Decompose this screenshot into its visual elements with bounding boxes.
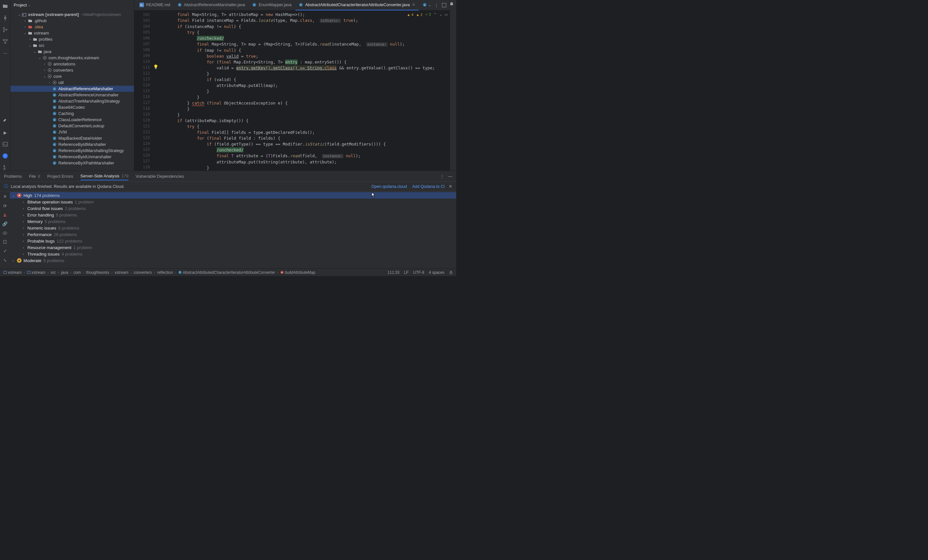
code-editor[interactable]: ▲ 4 ▲ 2 ✓ 2 ⌃ ⌄ m 102 103 104 105 106 10…: [134, 11, 450, 170]
severity-high-group[interactable]: ⌄ ● High 174 problems: [10, 192, 456, 199]
notice-close-icon[interactable]: ✕: [449, 184, 452, 189]
breadcrumb-item[interactable]: com: [73, 270, 81, 275]
tree-item[interactable]: ›converters: [11, 67, 134, 73]
tree-item[interactable]: ⌄com.thoughtworks.xstream: [11, 55, 134, 61]
problem-category[interactable]: ›Numeric issues6 problems: [20, 225, 456, 231]
person-icon[interactable]: [3, 213, 7, 217]
class-icon: C: [52, 142, 57, 146]
run-tool-icon[interactable]: ▶: [2, 129, 8, 135]
tree-item[interactable]: CBase64Codec: [11, 104, 134, 110]
tree-root[interactable]: ⌄ xstream [xstream-parent] ~/IdeaProject…: [11, 11, 134, 18]
tree-item[interactable]: ⌄xstream: [11, 30, 134, 36]
breadcrumb-item[interactable]: src: [50, 270, 56, 275]
tree-item[interactable]: CAbstractTreeMarshallingStrategy: [11, 98, 134, 104]
tree-item[interactable]: CMapBackedDataHolder: [11, 135, 134, 141]
build-tool-icon[interactable]: [2, 118, 8, 124]
code-content[interactable]: final Map<String, T> attributeMap = new …: [158, 11, 450, 170]
bottom-tab[interactable]: Server-Side Analysis179: [81, 173, 129, 180]
close-tab-icon[interactable]: ✕: [412, 2, 415, 7]
tree-item[interactable]: ›.idea: [11, 24, 134, 30]
problem-category[interactable]: ›Memory5 problems: [20, 218, 456, 225]
tabs-expand-icon[interactable]: [442, 3, 446, 8]
tree-item[interactable]: CCaching: [11, 110, 134, 117]
editor-tab[interactable]: CAbstractReferenceMarshaller.java: [174, 0, 248, 11]
bottom-tab[interactable]: Problems: [4, 172, 22, 180]
tree-item[interactable]: ⌄src: [11, 42, 134, 49]
breadcrumb-item[interactable]: xstream: [114, 270, 128, 275]
breadcrumb-item[interactable]: xstream: [3, 270, 22, 275]
notifications-icon[interactable]: [449, 2, 456, 6]
tree-item[interactable]: CAbstractReferenceMarshaller: [11, 86, 134, 92]
project-tool-icon[interactable]: [2, 3, 8, 9]
tabs-dropdown-icon[interactable]: ⌄: [428, 3, 431, 7]
git-tool-icon[interactable]: [2, 165, 8, 170]
inspection-strip[interactable]: ▲ 4 ▲ 2 ✓ 2 ⌃ ⌄ m: [407, 12, 448, 17]
tree-item[interactable]: CReferenceByIdMarshallingStrategy: [11, 148, 134, 154]
tree-item[interactable]: ›profiles: [11, 36, 134, 42]
breadcrumb-item[interactable]: mbuildAttributeMap: [280, 270, 315, 275]
problem-category[interactable]: ›Threading issues4 problems: [20, 251, 456, 257]
indent[interactable]: 4 spaces: [429, 270, 444, 275]
terminal-tool-icon[interactable]: [2, 141, 8, 147]
tree-item[interactable]: ›annotations: [11, 61, 134, 67]
insp-down-icon[interactable]: ⌄: [439, 12, 442, 17]
open-qodana-link[interactable]: Open qodana.cloud: [371, 184, 407, 189]
tree-item[interactable]: CClassLoaderReference: [11, 117, 134, 123]
refresh-icon[interactable]: ⟳: [3, 204, 7, 208]
bottom-tab[interactable]: File8: [29, 172, 40, 180]
line-ending[interactable]: LF: [404, 270, 409, 275]
problem-category[interactable]: ›Performance28 problems: [20, 231, 456, 238]
tree-item[interactable]: CDefaultConverterLookup: [11, 123, 134, 129]
breadcrumb-item[interactable]: converters: [134, 270, 152, 275]
tree-item[interactable]: ›util: [11, 79, 134, 86]
problem-category[interactable]: ›Probable bugs122 problems: [20, 238, 456, 244]
cursor-position[interactable]: 111:33: [388, 270, 400, 275]
tabs-more-icon[interactable]: ⋮: [434, 3, 439, 8]
readonly-lock-icon[interactable]: [449, 270, 453, 275]
add-qodana-ci-link[interactable]: Add Qodana to CI: [412, 184, 445, 189]
encoding[interactable]: UTF-8: [413, 270, 424, 275]
breadcrumb-item[interactable]: java: [61, 270, 68, 275]
editor-tab[interactable]: CAbstractAttributedCharacterIteratorAttr…: [296, 0, 419, 11]
tree-item[interactable]: CReferenceByIdUnmarshaller: [11, 154, 134, 160]
tree-item[interactable]: ⌄java: [11, 49, 134, 55]
breadcrumb-item[interactable]: thoughtworks: [86, 270, 109, 275]
eye-icon[interactable]: [3, 231, 7, 235]
bp-more-icon[interactable]: ⋮: [440, 174, 444, 179]
more-tool-icon[interactable]: ⋯: [2, 50, 8, 56]
collapse-icon[interactable]: ⤡: [3, 258, 7, 263]
severity-moderate-group[interactable]: › ● Moderate 5 problems: [10, 257, 456, 264]
breadcrumb-item[interactable]: reflection: [157, 270, 173, 275]
editor-tab[interactable]: CAbstractJso: [419, 0, 427, 11]
doc-icon[interactable]: [3, 240, 7, 244]
problem-category[interactable]: ›Error handling5 problems: [20, 212, 456, 218]
bottom-tab[interactable]: Project Errors: [47, 172, 73, 180]
tree-item[interactable]: CJVM: [11, 129, 134, 135]
tree-item[interactable]: ›.github: [11, 18, 134, 24]
problem-category[interactable]: ›Resource management1 problem: [20, 244, 456, 251]
expand-icon[interactable]: ⤢: [3, 248, 7, 253]
tree-item[interactable]: CReferenceByIdMarshaller: [11, 141, 134, 148]
tree-item[interactable]: CAbstractReferenceUnmarshaller: [11, 92, 134, 98]
problems-tool-icon[interactable]: !: [2, 153, 8, 159]
editor-tab[interactable]: CEnumMapper.java: [249, 0, 295, 11]
problem-category[interactable]: ›Bitwise operation issues1 problem: [20, 199, 456, 205]
vcs-tool-icon[interactable]: [2, 27, 8, 33]
breadcrumb[interactable]: xstream›xstream›src›java›com›thoughtwork…: [3, 270, 315, 275]
sidebar-header[interactable]: Project ⌄: [11, 0, 134, 10]
problem-category[interactable]: ›Control flow issues2 problems: [20, 205, 456, 212]
intention-bulb-icon[interactable]: 💡: [153, 64, 158, 69]
structure-tool-icon[interactable]: [2, 38, 8, 44]
editor-tab[interactable]: M↓README.md: [136, 0, 173, 11]
bp-minimize-icon[interactable]: —: [448, 174, 452, 179]
close-tab-icon[interactable]: ✕: [3, 194, 7, 199]
commit-tool-icon[interactable]: [2, 15, 8, 21]
bottom-tab[interactable]: Vulnerable Dependencies: [136, 172, 184, 180]
tree-item[interactable]: CReferenceByXPathMarshaller: [11, 160, 134, 166]
breadcrumb-item[interactable]: CAbstractAttributedCharacterIteratorAttr…: [178, 270, 275, 275]
reader-mode-icon[interactable]: m: [445, 13, 448, 17]
insp-up-icon[interactable]: ⌃: [434, 12, 437, 17]
link-icon[interactable]: 🔗: [2, 221, 8, 226]
breadcrumb-item[interactable]: xstream: [27, 270, 46, 275]
tree-item[interactable]: ⌄core: [11, 73, 134, 79]
